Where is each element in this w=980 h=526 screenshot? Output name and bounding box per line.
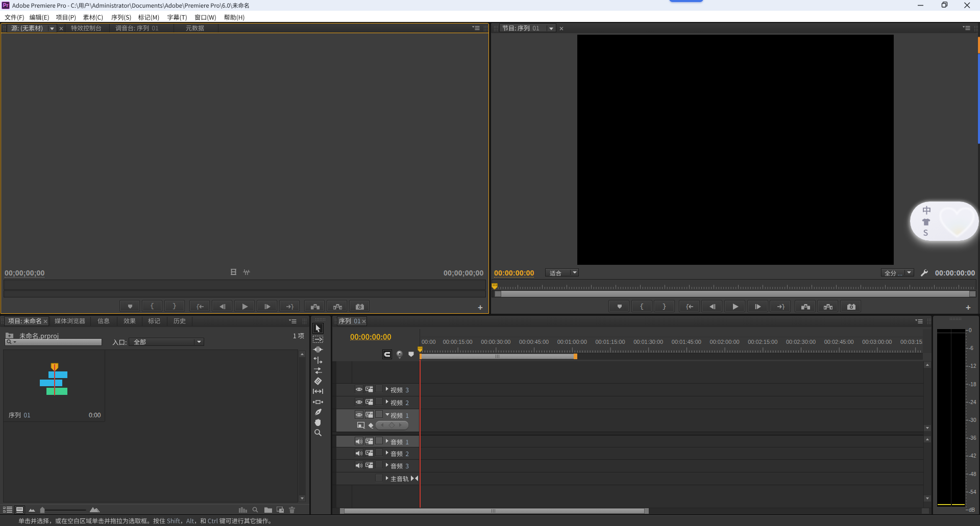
svg-text:}: } <box>781 304 785 310</box>
svg-text:{: { <box>685 304 689 310</box>
svg-text:{: { <box>196 304 200 310</box>
svg-text:}: } <box>290 304 294 310</box>
